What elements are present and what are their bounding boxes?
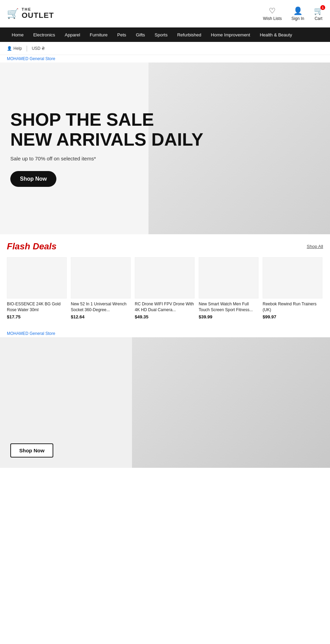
- product-card-2[interactable]: RC Drone WIFI FPV Drone With 4K HD Dual …: [135, 257, 195, 319]
- product-price-4: $99.97: [263, 314, 322, 319]
- product-name-3: New Smart Watch Men Full Touch Screen Sp…: [199, 301, 258, 313]
- shop-all-link[interactable]: Shop All: [307, 244, 323, 249]
- hero-banner: SHOP THE SALE NEW ARRIVALS DAILY Sale up…: [0, 63, 330, 234]
- product-image-1: [71, 257, 131, 298]
- nav-item-home-improvement[interactable]: Home Improvement: [206, 27, 255, 42]
- second-shop-now-button[interactable]: Shop Now: [10, 443, 53, 457]
- nav-item-gifts[interactable]: Gifts: [131, 27, 150, 42]
- cart-badge: 1: [320, 5, 325, 10]
- flash-deals-section: Flash Deals Shop All BIO-ESSENCE 24K BG …: [0, 234, 330, 323]
- second-banner: Shop Now: [0, 337, 330, 468]
- nav-item-sports[interactable]: Sports: [150, 27, 173, 42]
- product-card-4[interactable]: Reebok Rewind Run Trainers (UK) $99.97: [263, 257, 322, 319]
- logo[interactable]: 🛒 THE OUTLET: [7, 7, 54, 20]
- wishlist-label: Wish Lists: [263, 16, 282, 21]
- hero-subtitle: Sale up to 70% off on selected items*: [10, 156, 320, 161]
- nav-item-apparel[interactable]: Apparel: [60, 27, 85, 42]
- hero-content: SHOP THE SALE NEW ARRIVALS DAILY Sale up…: [10, 110, 320, 187]
- hero-title: SHOP THE SALE NEW ARRIVALS DAILY: [10, 110, 320, 149]
- logo-outlet: OUTLET: [22, 11, 54, 20]
- help-button[interactable]: 👤 Help: [7, 46, 22, 51]
- hero-title-line2: NEW ARRIVALS DAILY: [10, 129, 203, 149]
- product-price-2: $49.35: [135, 314, 195, 319]
- store-label-2: MOHAMED General Store: [0, 330, 330, 337]
- person-small-icon: 👤: [7, 46, 12, 51]
- signin-button[interactable]: 👤 Sign In: [292, 7, 304, 21]
- product-name-0: BIO-ESSENCE 24K BG Gold Rose Water 30ml: [7, 301, 67, 313]
- products-row: BIO-ESSENCE 24K BG Gold Rose Water 30ml …: [7, 257, 323, 319]
- signin-label: Sign In: [292, 16, 304, 21]
- wishlist-button[interactable]: ♡ Wish Lists: [263, 7, 282, 21]
- product-card-0[interactable]: BIO-ESSENCE 24K BG Gold Rose Water 30ml …: [7, 257, 67, 319]
- person-icon: 👤: [293, 7, 302, 15]
- second-banner-content: Shop Now: [10, 443, 320, 457]
- product-name-1: New 52 In 1 Universal Wrench Socket 360-…: [71, 301, 131, 313]
- product-name-2: RC Drone WIFI FPV Drone With 4K HD Dual …: [135, 301, 195, 313]
- product-image-0: [7, 257, 67, 298]
- nav-item-refurbished[interactable]: Refurbished: [172, 27, 206, 42]
- nav-item-home[interactable]: Home: [7, 27, 29, 42]
- nav-item-furniture[interactable]: Furniture: [85, 27, 112, 42]
- header: 🛒 THE OUTLET ♡ Wish Lists 👤 Sign In 🛒 1 …: [0, 0, 330, 27]
- product-price-0: $17.75: [7, 314, 67, 319]
- bottom-space: [0, 468, 330, 502]
- store-label-1: MOHAMED General Store: [0, 55, 330, 63]
- cart-button[interactable]: 🛒 1 Cart: [314, 7, 323, 21]
- product-price-1: $12.64: [71, 314, 131, 319]
- product-card-1[interactable]: New 52 In 1 Universal Wrench Socket 360-…: [71, 257, 131, 319]
- flash-deals-header: Flash Deals Shop All: [7, 241, 323, 252]
- nav-item-electronics[interactable]: Electronics: [29, 27, 60, 42]
- heart-icon: ♡: [269, 7, 276, 15]
- main-nav: Home Electronics Apparel Furniture Pets …: [0, 27, 330, 42]
- product-price-3: $39.99: [199, 314, 258, 319]
- currency-selector[interactable]: USD ₴: [32, 46, 45, 51]
- product-card-3[interactable]: New Smart Watch Men Full Touch Screen Sp…: [199, 257, 258, 319]
- header-actions: ♡ Wish Lists 👤 Sign In 🛒 1 Cart: [263, 7, 323, 21]
- flash-deals-title: Flash Deals: [7, 241, 57, 252]
- hero-title-line1: SHOP THE SALE: [10, 110, 154, 129]
- nav-item-health-beauty[interactable]: Health & Beauty: [255, 27, 297, 42]
- nav-divider: |: [26, 45, 28, 52]
- cart-logo-icon: 🛒: [7, 8, 19, 19]
- cart-icon: 🛒 1: [314, 7, 323, 15]
- product-image-2: [135, 257, 195, 298]
- sub-nav: 👤 Help | USD ₴: [0, 42, 330, 55]
- product-image-4: [263, 257, 322, 298]
- product-image-3: [199, 257, 258, 298]
- hero-shop-now-button[interactable]: Shop Now: [10, 171, 56, 187]
- product-name-4: Reebok Rewind Run Trainers (UK): [263, 301, 322, 313]
- cart-label: Cart: [315, 16, 322, 21]
- help-label: Help: [13, 46, 22, 51]
- nav-item-pets[interactable]: Pets: [112, 27, 131, 42]
